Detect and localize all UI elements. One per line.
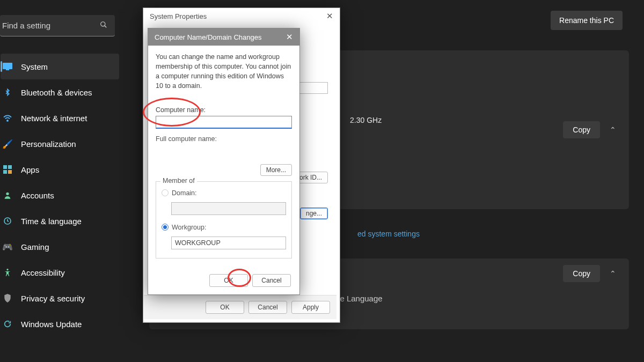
sidebar-item-apps[interactable]: Apps [1,157,119,182]
sidebar-item-system[interactable]: System [1,54,119,79]
close-button[interactable]: ✕ [286,32,293,42]
svg-rect-5 [3,165,7,169]
sidebar-item-network[interactable]: Network & internet [1,105,119,131]
cname-titlebar[interactable]: Computer Name/Domain Changes ✕ [148,28,299,46]
svg-point-4 [7,120,8,121]
sidebar-item-label: Network & internet [21,114,87,123]
svg-line-1 [105,26,107,28]
sidebar-item-label: Gaming [21,242,49,252]
domain-input [171,202,286,215]
find-setting-search[interactable] [0,15,115,36]
svg-rect-8 [8,170,12,174]
sidebar-item-label: Accounts [21,191,54,200]
member-of-group: Member of Domain: Workgroup: [156,181,292,258]
cname-ok-button[interactable]: OK [209,274,248,287]
domain-radio-row[interactable]: Domain: [162,189,286,197]
wifi-icon [2,112,13,124]
chevron-up-icon[interactable]: ⌃ [610,125,616,134]
accessibility-icon [2,267,13,278]
sidebar-item-accessibility[interactable]: Accessibility [1,260,119,285]
person-icon [2,189,13,201]
workgroup-radio-row[interactable]: Workgroup: [162,224,286,231]
shield-icon [2,292,13,304]
svg-rect-3 [6,69,9,70]
sysprop-titlebar[interactable]: System Properties ✕ [143,8,340,24]
full-computer-name-label: Full computer name: [156,135,292,143]
rename-pc-button[interactable]: Rename this PC [551,11,623,30]
computer-name-label: Computer name: [156,106,292,114]
change-button[interactable]: nge... [300,208,328,219]
sidebar-item-label: System [21,62,48,71]
sidebar-item-label: Bluetooth & devices [21,88,92,97]
gaming-icon: 🎮 [2,241,13,253]
close-button[interactable]: ✕ [326,11,333,21]
paintbrush-icon: 🖌️ [2,138,13,150]
svg-point-9 [6,193,9,195]
sidebar-item-label: Apps [21,165,39,174]
sysprop-title: System Properties [150,12,207,20]
sidebar-item-gaming[interactable]: 🎮 Gaming [1,234,119,260]
chevron-up-icon[interactable]: ⌃ [610,269,616,278]
svg-rect-2 [3,63,12,69]
domain-radio-label: Domain: [172,189,197,197]
workgroup-input[interactable] [171,237,286,249]
link-advanced-settings[interactable]: ed system settings [357,224,629,243]
computer-name-input[interactable] [156,116,292,129]
search-input[interactable] [2,21,83,30]
apps-icon [2,164,13,175]
svg-point-11 [6,269,8,270]
cname-description: You can change the name and workgroup me… [156,52,292,91]
cname-cancel-button[interactable]: Cancel [252,274,291,287]
clock-icon [2,215,13,227]
copy-specs-button[interactable]: Copy [563,121,600,138]
sidebar-item-label: Windows Update [21,320,82,329]
more-button[interactable]: More... [260,164,292,176]
radio-unchecked-icon [162,189,169,196]
svg-rect-6 [8,165,12,169]
sidebar-item-bluetooth[interactable]: Bluetooth & devices [1,79,119,105]
sidebar-item-time-language[interactable]: Time & language [1,208,119,234]
svg-point-0 [101,22,105,26]
sidebar-item-windows-update[interactable]: Windows Update [1,311,119,337]
sysprop-apply-button[interactable]: Apply [291,301,330,314]
copy-winspec-button[interactable]: Copy [563,265,600,282]
bluetooth-icon [2,86,13,98]
sidebar-item-label: Time & language [21,217,82,226]
sidebar-item-privacy-security[interactable]: Privacy & security [1,285,119,311]
member-of-legend: Member of [160,177,197,184]
display-icon [2,61,13,72]
sidebar-item-personalization[interactable]: 🖌️ Personalization [1,131,119,157]
search-icon [100,21,107,30]
sidebar-item-label: Privacy & security [21,294,85,303]
radio-checked-icon [162,224,169,231]
sidebar-item-accounts[interactable]: Accounts [1,182,119,208]
sidebar-item-label: Accessibility [21,268,65,277]
settings-sidebar: System Bluetooth & devices Network & int… [0,0,119,362]
computer-name-dialog: Computer Name/Domain Changes ✕ You can c… [148,28,300,295]
svg-rect-7 [3,170,7,174]
workgroup-radio-label: Workgroup: [172,224,206,231]
sidebar-item-label: Personalization [21,139,76,149]
sysprop-ok-button[interactable]: OK [206,301,244,314]
sysprop-cancel-button[interactable]: Cancel [248,301,287,314]
cname-title: Computer Name/Domain Changes [155,33,261,41]
update-icon [2,318,13,330]
